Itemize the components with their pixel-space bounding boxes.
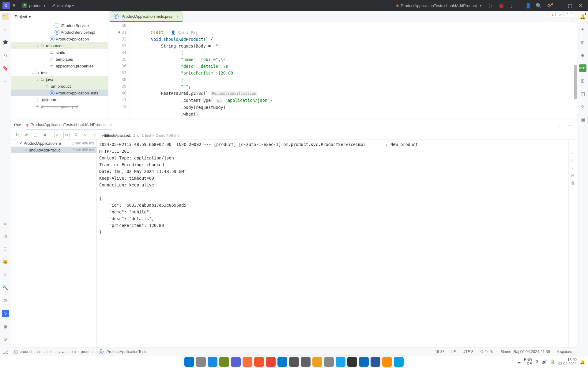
- breadcrumb-item[interactable]: om: [70, 350, 76, 354]
- taskbar-app[interactable]: [243, 357, 252, 367]
- vcs-icon[interactable]: ⎇: [2, 348, 9, 356]
- taskbar-app[interactable]: [266, 357, 276, 367]
- main-menu-icon[interactable]: ≡: [10, 3, 18, 8]
- gradle-icon[interactable]: ▣: [579, 116, 586, 123]
- clock[interactable]: 13:5002.05.2024: [558, 358, 577, 366]
- commit-tool-icon[interactable]: ○: [2, 26, 9, 33]
- taskbar-app[interactable]: [254, 357, 264, 367]
- project-tree[interactable]: IIProductServiceCProductServiceImplCProd…: [11, 22, 108, 120]
- warning-badge[interactable]: ▲1: [551, 13, 557, 17]
- tree-row[interactable]: 🗀application.properties: [11, 63, 108, 69]
- tree-row[interactable]: CProductServiceImpl: [11, 29, 108, 36]
- indent-info[interactable]: 4 spaces: [555, 350, 574, 354]
- taskbar-app[interactable]: [312, 357, 322, 367]
- volume-icon[interactable]: 🔊: [542, 359, 547, 364]
- stop-button[interactable]: ■: [42, 132, 48, 138]
- taskbar-app[interactable]: [382, 357, 392, 367]
- input-language[interactable]: ENGDE: [524, 358, 532, 366]
- taskbar-app[interactable]: [196, 357, 206, 367]
- editor-up-icon[interactable]: ˄: [567, 13, 568, 17]
- tree-row[interactable]: ◌.gitignore: [11, 96, 108, 103]
- expand-button[interactable]: ⤡: [82, 132, 88, 138]
- print-icon[interactable]: 🖨: [571, 173, 575, 178]
- maven-icon[interactable]: m: [579, 39, 586, 46]
- branch-chevron[interactable]: ▾: [72, 4, 74, 7]
- battery-icon[interactable]: 🔋: [550, 359, 555, 364]
- database-icon[interactable]: ⊞: [579, 77, 586, 85]
- taskbar-app[interactable]: [347, 357, 357, 367]
- file-encoding[interactable]: UTF-8: [461, 350, 475, 354]
- pull-requests-icon[interactable]: ⇆: [2, 52, 9, 59]
- show-ignored-button[interactable]: ⊘: [63, 132, 70, 138]
- run-configuration[interactable]: ◉ ProductApplicationTests.shouldAddProdu…: [396, 3, 481, 8]
- breadcrumb-item[interactable]: product: [81, 350, 94, 354]
- line-separator[interactable]: LF: [450, 350, 458, 354]
- dependencies-icon[interactable]: 🐱: [2, 258, 9, 266]
- endpoints-icon[interactable]: ◫: [579, 90, 586, 98]
- test-tree[interactable]: ✔ Tests passed: 1 of 1 test – 2 sec 498 …: [11, 140, 97, 347]
- tree-row[interactable]: ⌄🗀test: [11, 69, 108, 76]
- ai-assistant-icon[interactable]: ✧: [579, 103, 586, 110]
- services-icon[interactable]: ⬡: [2, 245, 9, 253]
- branch-name[interactable]: develop: [57, 3, 71, 8]
- breadcrumbs[interactable]: ▢ product›src›test›java›om›product›CProd…: [14, 349, 147, 354]
- console-output[interactable]: 2024-05-02T13:48:59.668+02:00 INFO 20092…: [97, 140, 568, 347]
- collapse-button[interactable]: ⊙: [91, 132, 97, 138]
- terminal-icon[interactable]: ▣: [2, 323, 9, 330]
- run-button[interactable]: ▷: [486, 3, 496, 9]
- system-tray[interactable]: ˄ ☁ ENGDE ⇅ 🔊 🔋 13:5002.05.2024 🔔: [511, 358, 585, 366]
- breadcrumb-item[interactable]: ProductApplicationTests: [107, 350, 147, 354]
- network-icon[interactable]: ⇅: [535, 359, 539, 364]
- todo-icon[interactable]: ≡: [2, 220, 9, 227]
- settings-icon[interactable]: ⚙: [544, 3, 554, 9]
- tree-row[interactable]: 🗀static: [11, 49, 108, 56]
- close-tab-icon[interactable]: ×: [176, 14, 179, 19]
- taskbar-app[interactable]: [208, 357, 217, 367]
- taskbar-app[interactable]: [394, 357, 404, 367]
- taskbar-app[interactable]: [371, 357, 380, 367]
- scroll-down-icon[interactable]: ↓: [572, 150, 574, 155]
- build-icon[interactable]: 🔨: [2, 284, 9, 291]
- more-run-icon[interactable]: ⋮: [507, 3, 517, 9]
- ai-icon[interactable]: ✦: [579, 26, 586, 33]
- project-panel-header[interactable]: Project ▾: [11, 11, 108, 22]
- scroll-to-end-icon[interactable]: ⤓: [571, 165, 575, 170]
- onedrive-icon[interactable]: ☁: [517, 359, 521, 364]
- show-passed-button[interactable]: ✓: [54, 132, 60, 138]
- tree-row[interactable]: CProductApplicationTests: [11, 90, 108, 96]
- clear-icon[interactable]: 🗑: [571, 181, 575, 185]
- breadcrumb-item[interactable]: product: [20, 350, 32, 354]
- tree-row[interactable]: IIProductService: [11, 22, 108, 29]
- more-tools-icon[interactable]: ⋯: [2, 77, 9, 85]
- tree-row[interactable]: ⌄🗀resources: [11, 42, 108, 49]
- bookmarks-icon[interactable]: 🔖: [2, 64, 9, 72]
- http-icon[interactable]: HTTP: [579, 64, 586, 72]
- project-name[interactable]: product: [29, 3, 42, 8]
- editor-tab[interactable]: C ProductApplicationTests.java ×: [110, 11, 183, 22]
- run-gutter-icon[interactable]: ◉: [118, 29, 120, 36]
- taskbar-app[interactable]: [184, 357, 194, 367]
- tree-row[interactable]: CProductApplication: [11, 36, 108, 42]
- tree-row[interactable]: ≡docker-compose.yml: [11, 103, 108, 110]
- tree-row[interactable]: ⌄🗀om.product: [11, 83, 108, 90]
- taskbar-app[interactable]: [219, 357, 229, 367]
- git-changes[interactable]: ⊘ 2↑ 0↓: [478, 349, 496, 354]
- test-row[interactable]: ✔shouldAddProduc2 sec 498 ms: [11, 147, 96, 153]
- problems-icon[interactable]: ⊘: [2, 335, 9, 343]
- taskbar-app[interactable]: [231, 357, 241, 367]
- run-config-chevron[interactable]: ▾: [480, 4, 481, 7]
- taskbar-app[interactable]: [277, 357, 287, 367]
- test-row[interactable]: ⌄✔ProductApplicationTe2 sec 498 ms: [11, 140, 96, 147]
- soft-wrap-icon[interactable]: ↩: [571, 158, 575, 162]
- taskbar-app[interactable]: [324, 357, 334, 367]
- tray-chevron-icon[interactable]: ˄: [511, 359, 514, 364]
- git-blame[interactable]: Blame: Raj 09.04.2024 21:39: [499, 350, 552, 354]
- sort-button[interactable]: ↧: [73, 132, 79, 138]
- search-icon[interactable]: 🔍: [533, 3, 544, 9]
- debug-button[interactable]: 🐞: [496, 3, 507, 9]
- run-panel-more-icon[interactable]: ⋮: [555, 123, 562, 127]
- taskbar-app[interactable]: [359, 357, 369, 367]
- editor-more-icon[interactable]: ⋮: [568, 17, 577, 22]
- coverage-icon[interactable]: ◆: [579, 52, 586, 59]
- scroll-up-icon[interactable]: ↑: [572, 142, 574, 147]
